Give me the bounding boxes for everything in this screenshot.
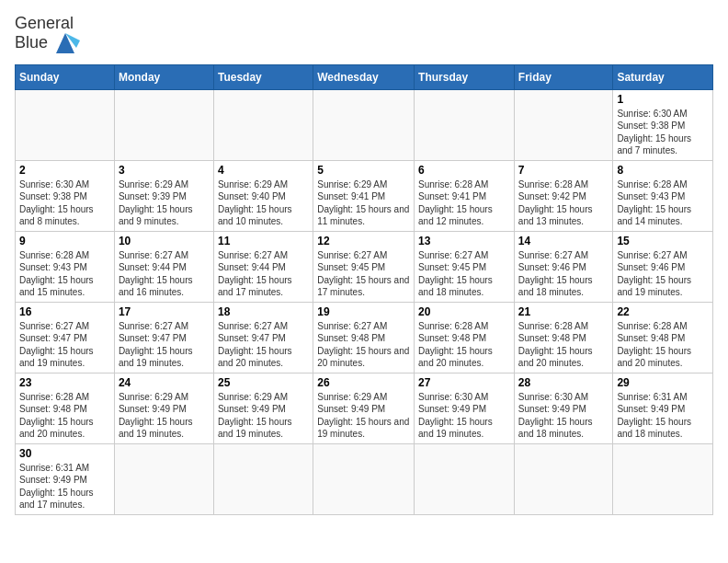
day-number: 7 — [518, 164, 609, 177]
day-info: Sunrise: 6:29 AM Sunset: 9:49 PM Dayligh… — [317, 391, 410, 441]
day-cell: 26Sunrise: 6:29 AM Sunset: 9:49 PM Dayli… — [313, 373, 415, 443]
header-monday: Monday — [114, 64, 213, 89]
calendar-table: SundayMondayTuesdayWednesdayThursdayFrid… — [15, 64, 713, 515]
day-cell: 3Sunrise: 6:29 AM Sunset: 9:39 PM Daylig… — [114, 160, 213, 231]
week-row-0: 1Sunrise: 6:30 AM Sunset: 9:38 PM Daylig… — [16, 89, 713, 160]
day-info: Sunrise: 6:28 AM Sunset: 9:48 PM Dayligh… — [518, 320, 609, 370]
day-number: 6 — [418, 164, 510, 177]
day-cell — [415, 443, 515, 514]
day-number: 15 — [617, 235, 709, 247]
day-cell: 12Sunrise: 6:27 AM Sunset: 9:45 PM Dayli… — [313, 231, 415, 302]
header-saturday: Saturday — [613, 64, 713, 89]
day-number: 1 — [617, 93, 709, 106]
day-info: Sunrise: 6:29 AM Sunset: 9:40 PM Dayligh… — [218, 178, 309, 228]
day-cell: 21Sunrise: 6:28 AM Sunset: 9:48 PM Dayli… — [514, 302, 613, 373]
day-number: 4 — [218, 164, 309, 177]
day-info: Sunrise: 6:31 AM Sunset: 9:49 PM Dayligh… — [19, 462, 110, 511]
day-number: 9 — [19, 235, 110, 247]
day-cell: 4Sunrise: 6:29 AM Sunset: 9:40 PM Daylig… — [213, 160, 313, 231]
logo-blue: Blue — [15, 33, 48, 52]
week-row-5: 30Sunrise: 6:31 AM Sunset: 9:49 PM Dayli… — [16, 443, 713, 514]
day-cell: 6Sunrise: 6:28 AM Sunset: 9:41 PM Daylig… — [415, 160, 515, 231]
day-number: 30 — [19, 447, 110, 460]
day-cell: 18Sunrise: 6:27 AM Sunset: 9:47 PM Dayli… — [213, 302, 313, 373]
day-info: Sunrise: 6:27 AM Sunset: 9:45 PM Dayligh… — [418, 249, 510, 299]
day-info: Sunrise: 6:27 AM Sunset: 9:45 PM Dayligh… — [317, 249, 410, 299]
day-number: 25 — [218, 376, 309, 389]
day-info: Sunrise: 6:28 AM Sunset: 9:43 PM Dayligh… — [617, 178, 709, 228]
day-number: 28 — [518, 376, 609, 389]
day-cell — [415, 89, 515, 160]
day-number: 13 — [418, 235, 510, 247]
header-thursday: Thursday — [415, 64, 515, 89]
day-info: Sunrise: 6:28 AM Sunset: 9:48 PM Dayligh… — [19, 391, 110, 441]
day-cell: 28Sunrise: 6:30 AM Sunset: 9:49 PM Dayli… — [514, 373, 613, 443]
day-info: Sunrise: 6:28 AM Sunset: 9:43 PM Dayligh… — [19, 249, 110, 299]
day-number: 16 — [19, 305, 110, 318]
day-cell: 20Sunrise: 6:28 AM Sunset: 9:48 PM Dayli… — [415, 302, 515, 373]
day-info: Sunrise: 6:29 AM Sunset: 9:39 PM Dayligh… — [119, 178, 210, 228]
day-info: Sunrise: 6:28 AM Sunset: 9:41 PM Dayligh… — [418, 178, 510, 228]
day-cell: 8Sunrise: 6:28 AM Sunset: 9:43 PM Daylig… — [613, 160, 713, 231]
day-info: Sunrise: 6:30 AM Sunset: 9:38 PM Dayligh… — [617, 108, 709, 157]
day-cell — [613, 443, 713, 514]
day-cell — [514, 89, 613, 160]
day-info: Sunrise: 6:27 AM Sunset: 9:47 PM Dayligh… — [119, 320, 210, 370]
day-info: Sunrise: 6:29 AM Sunset: 9:49 PM Dayligh… — [119, 391, 210, 441]
logo-icon — [51, 33, 80, 53]
week-row-2: 9Sunrise: 6:28 AM Sunset: 9:43 PM Daylig… — [16, 231, 713, 302]
page-header: General Blue — [15, 15, 713, 53]
header-wednesday: Wednesday — [313, 64, 415, 89]
logo-general: General — [15, 14, 74, 32]
day-info: Sunrise: 6:30 AM Sunset: 9:49 PM Dayligh… — [518, 391, 609, 441]
day-number: 27 — [418, 376, 510, 389]
day-number: 24 — [119, 376, 210, 389]
day-cell: 27Sunrise: 6:30 AM Sunset: 9:49 PM Dayli… — [415, 373, 515, 443]
day-info: Sunrise: 6:28 AM Sunset: 9:42 PM Dayligh… — [518, 178, 609, 228]
header-tuesday: Tuesday — [213, 64, 313, 89]
day-cell: 10Sunrise: 6:27 AM Sunset: 9:44 PM Dayli… — [114, 231, 213, 302]
day-info: Sunrise: 6:28 AM Sunset: 9:48 PM Dayligh… — [617, 320, 709, 370]
week-row-3: 16Sunrise: 6:27 AM Sunset: 9:47 PM Dayli… — [16, 302, 713, 373]
day-info: Sunrise: 6:29 AM Sunset: 9:49 PM Dayligh… — [218, 391, 309, 441]
day-cell: 29Sunrise: 6:31 AM Sunset: 9:49 PM Dayli… — [613, 373, 713, 443]
day-number: 20 — [418, 305, 510, 318]
day-info: Sunrise: 6:28 AM Sunset: 9:48 PM Dayligh… — [418, 320, 510, 370]
day-cell: 30Sunrise: 6:31 AM Sunset: 9:49 PM Dayli… — [16, 443, 115, 514]
logo: General Blue — [15, 15, 80, 53]
day-cell: 5Sunrise: 6:29 AM Sunset: 9:41 PM Daylig… — [313, 160, 415, 231]
day-info: Sunrise: 6:27 AM Sunset: 9:48 PM Dayligh… — [317, 320, 410, 370]
day-cell: 15Sunrise: 6:27 AM Sunset: 9:46 PM Dayli… — [613, 231, 713, 302]
day-info: Sunrise: 6:31 AM Sunset: 9:49 PM Dayligh… — [617, 391, 709, 441]
svg-marker-0 — [56, 33, 74, 53]
week-row-1: 2Sunrise: 6:30 AM Sunset: 9:38 PM Daylig… — [16, 160, 713, 231]
day-cell — [514, 443, 613, 514]
day-cell: 13Sunrise: 6:27 AM Sunset: 9:45 PM Dayli… — [415, 231, 515, 302]
day-info: Sunrise: 6:30 AM Sunset: 9:38 PM Dayligh… — [19, 178, 110, 228]
day-number: 2 — [19, 164, 110, 177]
day-info: Sunrise: 6:27 AM Sunset: 9:44 PM Dayligh… — [218, 249, 309, 299]
day-cell: 16Sunrise: 6:27 AM Sunset: 9:47 PM Dayli… — [16, 302, 115, 373]
day-number: 22 — [617, 305, 709, 318]
day-number: 14 — [518, 235, 609, 247]
day-info: Sunrise: 6:27 AM Sunset: 9:47 PM Dayligh… — [19, 320, 110, 370]
day-number: 17 — [119, 305, 210, 318]
day-number: 21 — [518, 305, 609, 318]
day-number: 18 — [218, 305, 309, 318]
day-cell — [114, 89, 213, 160]
day-cell: 2Sunrise: 6:30 AM Sunset: 9:38 PM Daylig… — [16, 160, 115, 231]
day-cell: 11Sunrise: 6:27 AM Sunset: 9:44 PM Dayli… — [213, 231, 313, 302]
day-cell — [213, 443, 313, 514]
day-number: 11 — [218, 235, 309, 247]
day-cell: 7Sunrise: 6:28 AM Sunset: 9:42 PM Daylig… — [514, 160, 613, 231]
day-number: 10 — [119, 235, 210, 247]
day-cell — [114, 443, 213, 514]
day-cell: 1Sunrise: 6:30 AM Sunset: 9:38 PM Daylig… — [613, 89, 713, 160]
day-cell: 17Sunrise: 6:27 AM Sunset: 9:47 PM Dayli… — [114, 302, 213, 373]
week-row-4: 23Sunrise: 6:28 AM Sunset: 9:48 PM Dayli… — [16, 373, 713, 443]
day-cell: 14Sunrise: 6:27 AM Sunset: 9:46 PM Dayli… — [514, 231, 613, 302]
day-info: Sunrise: 6:27 AM Sunset: 9:46 PM Dayligh… — [518, 249, 609, 299]
day-info: Sunrise: 6:29 AM Sunset: 9:41 PM Dayligh… — [317, 178, 410, 228]
day-info: Sunrise: 6:27 AM Sunset: 9:44 PM Dayligh… — [119, 249, 210, 299]
day-cell — [313, 89, 415, 160]
